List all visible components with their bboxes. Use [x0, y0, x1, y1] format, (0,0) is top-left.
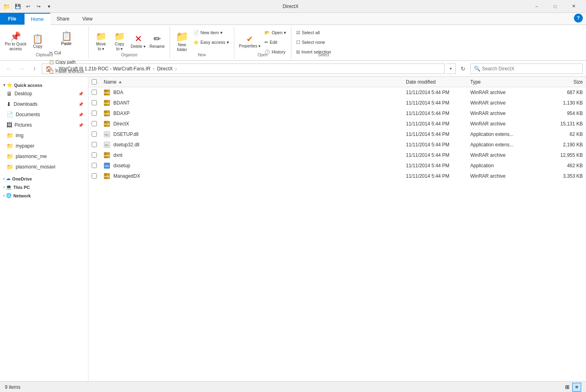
file-pane: Name ▲ Date modified Type Size RAR BDA 1… [88, 77, 586, 381]
path-segment-2[interactable]: DirectX [157, 66, 172, 72]
file-name-cell: RAR BDA [104, 89, 406, 96]
new-item-icon: 📄 [193, 30, 199, 35]
mypaper-icon: 📁 [6, 143, 13, 149]
select-items: ☑ Select all ☐ Select none ⊟ Invert sele… [295, 28, 352, 63]
select-all-button[interactable]: ☑ Select all [295, 28, 322, 37]
tab-view[interactable]: View [76, 13, 99, 25]
new-label: New [170, 53, 234, 57]
plasmonic-mosavi-label: plasmonic_mosavi [16, 164, 83, 170]
row-checkbox[interactable] [92, 173, 97, 179]
row-checkbox[interactable] [92, 152, 97, 158]
file-date-cell: 11/11/2014 5:44 PM [406, 100, 470, 106]
properties-button[interactable]: ✔ Properties ▾ [238, 28, 262, 55]
network-icon: 🌐 [6, 193, 12, 198]
paste-button[interactable]: 📋 Paste [47, 28, 85, 48]
main-layout: ▾ ⭐ Quick access 🖥 Desktop 📌 ⬇ Downloads… [0, 77, 586, 381]
network-header[interactable]: › 🌐 Network [0, 191, 88, 199]
row-checkbox[interactable] [92, 142, 97, 147]
this-pc-header[interactable]: › 💻 This PC [0, 182, 88, 191]
sidebar-item-pictures[interactable]: 🖼 Pictures 📌 [0, 120, 88, 130]
header-checkbox-col [92, 79, 104, 84]
sidebar-item-desktop[interactable]: 🖥 Desktop 📌 [0, 88, 88, 99]
move-to-button[interactable]: 📁 Moveto ▾ [92, 28, 110, 55]
rename-button[interactable]: ✏ Rename [148, 28, 166, 55]
select-none-button[interactable]: ☐ Select none [295, 38, 327, 47]
qat-undo[interactable]: ↩ [23, 2, 33, 11]
qat-save[interactable]: 💾 [13, 2, 23, 11]
edit-button[interactable]: ✏ Edit [263, 38, 288, 47]
pin-quick-access-button[interactable]: 📌 Pin to Quickaccess [3, 28, 28, 55]
sidebar-item-plasmonic-me[interactable]: 📁 plasmonic_me [0, 151, 88, 162]
table-row[interactable]: RAR ManagedDX 11/11/2014 5:44 PM WinRAR … [88, 171, 586, 181]
row-checkbox[interactable] [92, 131, 97, 137]
pictures-icon: 🖼 [6, 122, 12, 128]
sidebar-item-downloads[interactable]: ⬇ Downloads 📌 [0, 99, 88, 109]
file-date-cell: 11/11/2014 5:44 PM [406, 152, 470, 158]
svg-text:DLL: DLL [105, 133, 109, 136]
table-row[interactable]: EXE dxsetup 11/11/2014 5:44 PM Applicati… [88, 160, 586, 171]
row-checkbox[interactable] [92, 111, 97, 116]
copy-button[interactable]: 📋 Copy [29, 28, 47, 55]
easy-access-button[interactable]: ⭐ Easy access ▾ [192, 38, 231, 47]
select-all-checkbox[interactable] [92, 79, 97, 84]
downloads-pin-icon: 📌 [78, 102, 83, 107]
sidebar-item-plasmonic-mosavi[interactable]: 📁 plasmonic_mosavi [0, 162, 88, 172]
sidebar-item-img[interactable]: 📁 img [0, 130, 88, 141]
table-row[interactable]: RAR DirectX 11/11/2014 5:44 PM WinRAR ar… [88, 119, 586, 129]
file-type-cell: Application extens... [470, 142, 543, 148]
mypaper-label: mypaper [16, 143, 83, 149]
sidebar-item-documents[interactable]: 📄 Documents 📌 [0, 109, 88, 120]
tab-file[interactable]: File [0, 13, 25, 25]
plasmonic-me-icon: 📁 [6, 153, 13, 160]
table-row[interactable]: DLL DSETUP.dll 11/11/2014 5:44 PM Applic… [88, 129, 586, 140]
minimize-button[interactable]: − [527, 0, 546, 13]
sidebar-item-mypaper[interactable]: 📁 mypaper [0, 141, 88, 151]
open-button[interactable]: 📂 Open ▾ [263, 28, 288, 37]
svg-text:RAR: RAR [104, 154, 110, 157]
tab-share[interactable]: Share [50, 13, 76, 25]
maximize-button[interactable]: □ [546, 0, 564, 13]
row-checkbox[interactable] [92, 163, 97, 168]
search-input[interactable] [482, 66, 579, 72]
file-date-cell: 11/11/2014 5:44 PM [406, 121, 470, 127]
tab-home[interactable]: Home [25, 13, 50, 25]
table-row[interactable]: DLL dsetup32.dll 11/11/2014 5:44 PM Appl… [88, 140, 586, 150]
row-checkbox[interactable] [92, 100, 97, 105]
new-folder-button[interactable]: 📁 Newfolder [173, 28, 191, 55]
qat-customize[interactable]: ▾ [44, 2, 54, 11]
large-icons-view-button[interactable]: ⊞ [563, 383, 572, 392]
row-checkbox-col [92, 163, 104, 168]
details-view-button[interactable]: ≡ [572, 383, 581, 392]
address-dropdown[interactable]: ▾ [446, 64, 456, 74]
copy-to-button[interactable]: 📁 Copyto ▾ [111, 28, 128, 55]
file-size-cell: 687 KB [543, 90, 583, 95]
table-row[interactable]: RAR BDA 11/11/2014 5:44 PM WinRAR archiv… [88, 87, 586, 98]
file-type-cell: Application extens... [470, 131, 543, 137]
select-all-icon: ☑ [296, 30, 300, 35]
row-checkbox-col [92, 131, 104, 137]
copy-path-button[interactable]: 📋Copy path [47, 57, 85, 66]
table-row[interactable]: RAR BDANT 11/11/2014 5:44 PM WinRAR arch… [88, 98, 586, 108]
refresh-button[interactable]: ↻ [457, 63, 469, 74]
help-button[interactable]: ? [574, 14, 583, 23]
qat-redo[interactable]: ↪ [34, 2, 43, 11]
new-item-button[interactable]: 📄 New item ▾ [192, 28, 231, 37]
row-checkbox-col [92, 100, 104, 105]
table-row[interactable]: RAR dxnt 11/11/2014 5:44 PM WinRAR archi… [88, 150, 586, 160]
header-date[interactable]: Date modified [406, 79, 470, 85]
clipboard-items: 📌 Pin to Quickaccess 📋 Copy 📋 Paste [3, 28, 85, 88]
onedrive-header[interactable]: › ☁ OneDrive [0, 174, 88, 182]
header-size[interactable]: Size [543, 79, 583, 85]
row-checkbox-col [92, 142, 104, 147]
header-name[interactable]: Name ▲ [104, 79, 406, 85]
row-checkbox[interactable] [92, 121, 97, 126]
header-type[interactable]: Type [470, 79, 543, 85]
new-folder-icon: 📁 [176, 31, 189, 42]
close-button[interactable]: ✕ [564, 0, 583, 13]
paste-shortcut-button[interactable]: 📋Paste shortcut [47, 67, 85, 76]
delete-button[interactable]: ✕ Delete ▾ [129, 28, 147, 55]
file-name: ManagedDX [113, 173, 406, 179]
table-row[interactable]: RAR BDAXP 11/11/2014 5:44 PM WinRAR arch… [88, 108, 586, 119]
rar-icon: RAR [104, 173, 110, 179]
row-checkbox[interactable] [92, 90, 97, 95]
